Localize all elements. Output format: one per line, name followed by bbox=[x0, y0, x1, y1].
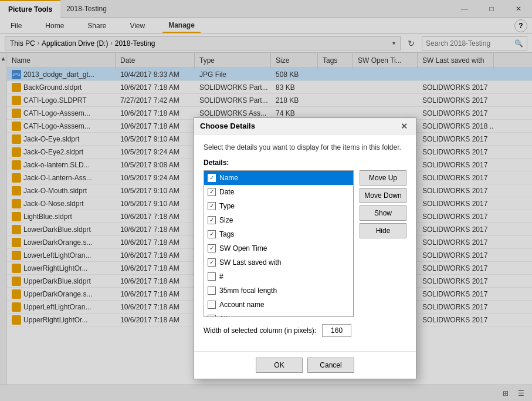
dialog-close-button[interactable]: ✕ bbox=[398, 120, 410, 132]
checkbox[interactable] bbox=[208, 258, 216, 267]
move-down-button[interactable]: Move Down bbox=[360, 188, 406, 203]
checkbox[interactable] bbox=[208, 174, 216, 182]
list-item[interactable]: Name bbox=[204, 171, 353, 185]
checkbox[interactable] bbox=[208, 202, 216, 210]
checkbox[interactable] bbox=[208, 315, 216, 317]
checkbox[interactable] bbox=[208, 301, 216, 309]
width-input[interactable] bbox=[322, 324, 351, 337]
list-item[interactable]: Account name bbox=[204, 298, 353, 312]
move-up-button[interactable]: Move Up bbox=[360, 170, 406, 186]
list-item-label: Album bbox=[219, 315, 239, 317]
list-item[interactable]: Type bbox=[204, 199, 353, 213]
list-item-label: Account name bbox=[219, 301, 265, 309]
dialog-overlay: Choose Details ✕ Select the details you … bbox=[0, 0, 532, 401]
list-item[interactable]: Size bbox=[204, 213, 353, 227]
dialog-title-bar: Choose Details ✕ bbox=[194, 118, 416, 134]
checkbox[interactable] bbox=[208, 230, 216, 238]
choose-details-dialog: Choose Details ✕ Select the details you … bbox=[194, 117, 416, 379]
ok-button[interactable]: OK bbox=[256, 358, 303, 373]
list-item[interactable]: Date bbox=[204, 185, 353, 199]
dialog-details-list[interactable]: NameDateTypeSizeTagsSW Open TimeSW Last … bbox=[204, 170, 354, 317]
dialog-list-area: NameDateTypeSizeTagsSW Open TimeSW Last … bbox=[204, 170, 406, 317]
checkbox[interactable] bbox=[208, 216, 216, 224]
cancel-button[interactable]: Cancel bbox=[307, 358, 354, 373]
list-item[interactable]: Album bbox=[204, 312, 353, 317]
list-item-label: 35mm focal length bbox=[219, 287, 277, 295]
list-item-label: SW Last saved with bbox=[219, 258, 281, 267]
hide-button[interactable]: Hide bbox=[360, 223, 406, 238]
list-item[interactable]: SW Open Time bbox=[204, 241, 353, 255]
list-item-label: # bbox=[219, 272, 223, 281]
width-label: Width of selected column (in pixels): bbox=[204, 326, 316, 335]
dialog-details-label: Details: bbox=[204, 159, 406, 167]
dialog-footer: OK Cancel bbox=[194, 351, 416, 379]
list-item-label: Type bbox=[219, 202, 235, 210]
list-item[interactable]: 35mm focal length bbox=[204, 284, 353, 298]
show-button[interactable]: Show bbox=[360, 205, 406, 221]
list-item[interactable]: Tags bbox=[204, 227, 353, 241]
list-item-label: Name bbox=[219, 174, 238, 182]
checkbox[interactable] bbox=[208, 244, 216, 252]
checkbox[interactable] bbox=[208, 272, 216, 281]
dialog-body: Select the details you want to display f… bbox=[194, 134, 416, 351]
list-item-label: Tags bbox=[219, 230, 234, 238]
list-item-label: SW Open Time bbox=[219, 244, 267, 252]
checkbox[interactable] bbox=[208, 188, 216, 196]
list-item[interactable]: # bbox=[204, 269, 353, 284]
dialog-title: Choose Details bbox=[200, 122, 398, 130]
dialog-width-row: Width of selected column (in pixels): bbox=[204, 324, 406, 337]
list-item[interactable]: SW Last saved with bbox=[204, 255, 353, 269]
list-item-label: Size bbox=[219, 216, 233, 224]
dialog-action-buttons: Move Up Move Down Show Hide bbox=[360, 170, 406, 317]
checkbox[interactable] bbox=[208, 287, 216, 295]
list-item-label: Date bbox=[219, 188, 234, 196]
dialog-description: Select the details you want to display f… bbox=[204, 143, 406, 153]
